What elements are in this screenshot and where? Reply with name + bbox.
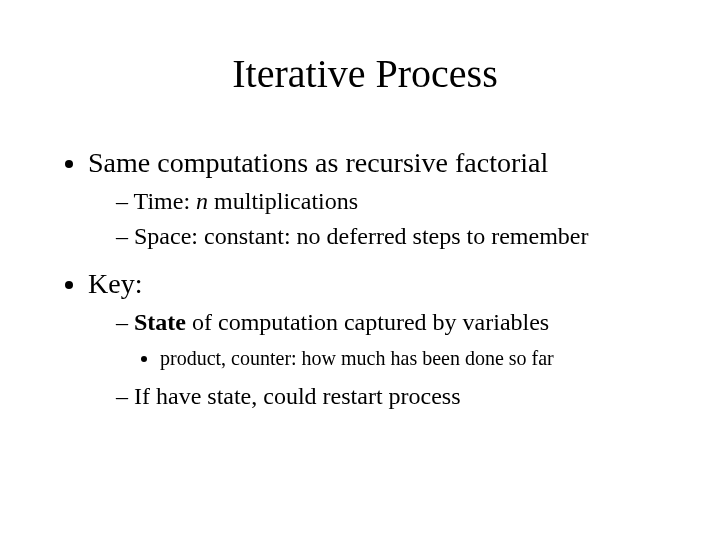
slide: Iterative Process Same computations as r… [0,0,720,540]
bullet-product-counter: product, counter: how much has been done… [160,345,670,371]
text: product, counter: how much has been done… [160,347,554,369]
bullet-list: Same computations as recursive factorial… [60,145,670,412]
variable-n: n [196,188,208,214]
bullet-time: Time: n multiplications [116,186,670,217]
sub-list: Time: n multiplications Space: constant:… [88,186,670,252]
text: of computation captured by variables [186,309,549,335]
sub-list: State of computation captured by variabl… [88,307,670,411]
strong-state: State [134,309,186,335]
bullet-text: Key: [88,268,142,299]
bullet-key: Key: State of computation captured by va… [88,266,670,411]
text: Space: constant: no deferred steps to re… [134,223,589,249]
sub-sub-list: product, counter: how much has been done… [116,345,670,371]
bullet-same-computations: Same computations as recursive factorial… [88,145,670,252]
text: multiplications [208,188,358,214]
text: If have state, could restart process [134,383,461,409]
bullet-space: Space: constant: no deferred steps to re… [116,221,670,252]
slide-title: Iterative Process [60,50,670,97]
bullet-state: State of computation captured by variabl… [116,307,670,370]
bullet-restart: If have state, could restart process [116,381,670,412]
text: Time: [134,188,196,214]
bullet-text: Same computations as recursive factorial [88,147,548,178]
